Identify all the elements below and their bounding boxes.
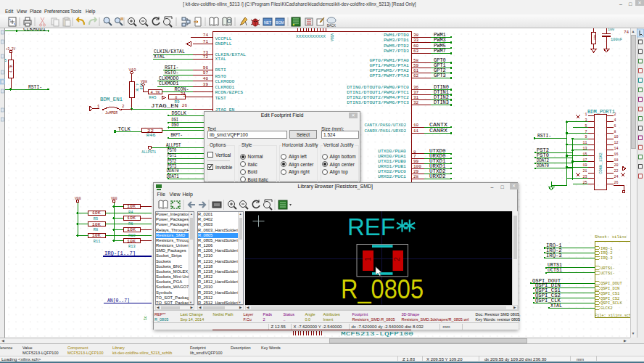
svg-text:R_0805: R_0805: [341, 274, 424, 304]
svg-text:NET: NET: [264, 20, 271, 25]
svg-text:BACK: BACK: [327, 24, 336, 28]
svg-text:BOM: BOM: [276, 20, 284, 25]
svg-text:1: 1: [364, 257, 372, 261]
svg-text:REF: REF: [347, 213, 395, 240]
svg-text:2: 2: [393, 257, 401, 261]
